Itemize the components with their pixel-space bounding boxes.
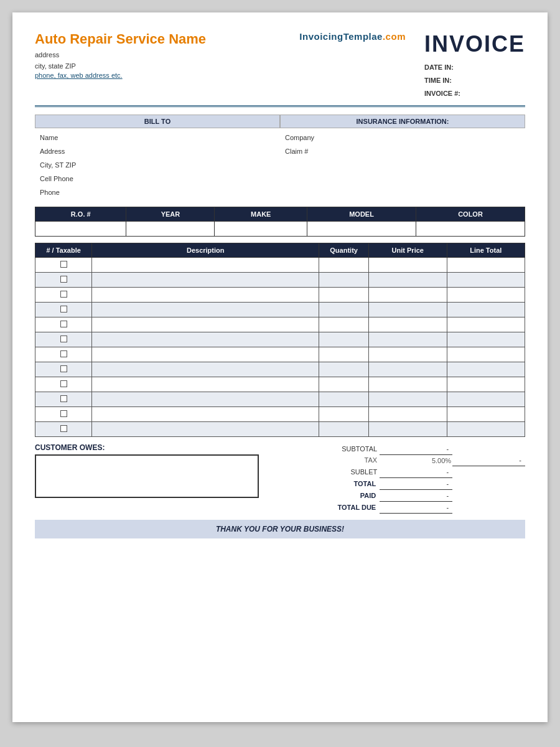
taxable-checkbox[interactable] [60,350,67,357]
line-item-unit-cell[interactable] [369,392,447,406]
items-table: # / Taxable Description Quantity Unit Pr… [35,243,525,437]
line-item-qty-cell[interactable] [319,302,369,317]
taxable-checkbox[interactable] [60,336,67,342]
bill-insurance-section: BILL TO Name Address City, ST ZIP Cell P… [35,115,525,202]
line-item-unit-cell[interactable] [369,332,447,347]
line-item-unit-cell[interactable] [369,287,447,302]
line-item-unit-cell[interactable] [369,257,447,272]
line-item-desc-cell[interactable] [92,362,319,377]
vehicle-col-make: MAKE [215,207,307,221]
line-item-total-cell[interactable] [447,362,525,377]
vehicle-year-cell[interactable] [126,221,215,236]
line-item-unit-cell[interactable] [369,362,447,377]
invoicing-template-logo: InvoicingTemplae.com [299,31,406,42]
line-item-total-cell[interactable] [447,257,525,272]
vehicle-make-cell[interactable] [215,221,307,236]
line-item-qty-cell[interactable] [319,272,369,287]
line-item-unit-cell[interactable] [369,302,447,317]
subtotal-row: SUBTOTAL - [326,443,525,455]
line-item-unit-cell[interactable] [369,406,447,421]
insurance-section: INSURANCE INFORMATION: Company Claim # [280,115,525,202]
line-item-num-cell [35,332,92,347]
line-item-unit-cell[interactable] [369,377,447,392]
line-item-unit-cell[interactable] [369,272,447,287]
subtotal-label: SUBTOTAL [326,443,380,455]
line-item-desc-cell[interactable] [92,287,319,302]
invoice-footer: THANK YOU FOR YOUR BUSINESS! [35,520,525,538]
line-item-qty-cell[interactable] [319,332,369,347]
total-value: - [380,477,452,489]
line-item-total-cell[interactable] [447,317,525,332]
invoicing-template-logo-block: InvoicingTemplae.com [299,31,406,42]
taxable-checkbox[interactable] [60,321,67,327]
line-item-unit-cell[interactable] [369,421,447,436]
taxable-checkbox[interactable] [60,261,67,268]
line-item-num-cell [35,406,92,421]
line-item-num-cell [35,347,92,362]
taxable-checkbox[interactable] [60,395,67,402]
insurance-fields: Company Claim # [280,128,525,161]
total-due-label: TOTAL DUE [326,501,380,513]
line-item-num-cell [35,392,92,406]
line-item-total-cell[interactable] [447,332,525,347]
line-item-desc-cell[interactable] [92,377,319,392]
line-item-unit-cell[interactable] [369,347,447,362]
taxable-checkbox[interactable] [60,365,67,372]
line-item-total-cell[interactable] [447,347,525,362]
insurance-company: Company [285,131,520,144]
taxable-checkbox[interactable] [60,380,67,387]
line-item-total-cell[interactable] [447,421,525,436]
line-item-desc-cell[interactable] [92,257,319,272]
taxable-checkbox[interactable] [60,410,67,417]
line-item-qty-cell[interactable] [319,377,369,392]
line-item-desc-cell[interactable] [92,347,319,362]
total-due-value: - [380,501,452,513]
taxable-checkbox[interactable] [60,291,67,298]
items-col-num: # / Taxable [35,243,92,257]
vehicle-data-row [35,221,525,236]
customer-owes-box[interactable] [35,454,259,498]
taxable-checkbox[interactable] [60,276,67,283]
vehicle-ro-cell[interactable] [35,221,126,236]
vehicle-model-cell[interactable] [307,221,416,236]
line-item-desc-cell[interactable] [92,406,319,421]
logo-com-text: .com [383,31,406,42]
company-phone: phone, fax, web address etc. [35,72,281,79]
line-item-qty-cell[interactable] [319,392,369,406]
line-item-desc-cell[interactable] [92,317,319,332]
line-item-qty-cell[interactable] [319,317,369,332]
subtotal-value: - [380,443,452,455]
line-item-qty-cell[interactable] [319,362,369,377]
line-item-unit-cell[interactable] [369,317,447,332]
line-item-total-cell[interactable] [447,302,525,317]
bill-to-phone: Phone [40,186,275,199]
line-item-desc-cell[interactable] [92,272,319,287]
line-item-total-cell[interactable] [447,406,525,421]
header-right: INVOICE DATE IN: TIME IN: INVOICE #: [424,31,525,100]
taxable-checkbox[interactable] [60,425,67,432]
line-item-qty-cell[interactable] [319,421,369,436]
line-item-row [35,332,525,347]
line-item-qty-cell[interactable] [319,287,369,302]
line-item-total-cell[interactable] [447,272,525,287]
line-item-desc-cell[interactable] [92,302,319,317]
line-item-desc-cell[interactable] [92,421,319,436]
time-in-label: TIME IN: [424,77,452,84]
phone-link[interactable]: phone, fax, web address etc. [35,72,123,79]
company-address-line1: address [35,50,281,61]
line-item-total-cell[interactable] [447,377,525,392]
invoice-meta: DATE IN: TIME IN: INVOICE #: [424,61,525,100]
line-item-desc-cell[interactable] [92,332,319,347]
line-item-qty-cell[interactable] [319,347,369,362]
header-divider [35,105,525,107]
line-item-qty-cell[interactable] [319,406,369,421]
vehicle-color-cell[interactable] [416,221,525,236]
tax-label: TAX [326,454,380,466]
line-item-qty-cell[interactable] [319,257,369,272]
line-item-desc-cell[interactable] [92,392,319,406]
insurance-claim: Claim # [285,144,520,158]
taxable-checkbox[interactable] [60,306,67,312]
line-item-total-cell[interactable] [447,392,525,406]
line-item-total-cell[interactable] [447,287,525,302]
insurance-header: INSURANCE INFORMATION: [280,115,525,128]
